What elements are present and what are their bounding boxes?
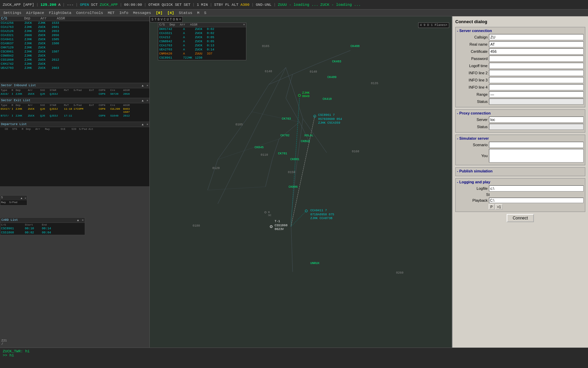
- list-item[interactable]: CSC8961ZJHKZUCK1507: [0, 50, 149, 54]
- open-label: OPEN: [80, 3, 89, 7]
- menu-msg4[interactable]: [4]: [165, 11, 176, 15]
- menu-controltools[interactable]: ControlTools: [74, 11, 105, 15]
- infoline3-input[interactable]: [489, 77, 584, 83]
- waypoint-ck845: CK845: [255, 146, 264, 149]
- svg-line-20: [265, 159, 272, 187]
- playback-p-button[interactable]: P: [489, 204, 494, 210]
- list-item[interactable]: CSN8942ZJHKZUCK: [0, 54, 149, 58]
- inbound-close[interactable]: ×: [147, 84, 148, 88]
- fi-row-csn8942[interactable]: CSN8942AZUCK0:05: [158, 40, 246, 44]
- card-row1[interactable]: CSC896100:1000:14: [0, 227, 85, 231]
- menu-messages[interactable]: Messages: [131, 11, 153, 15]
- logfile-input[interactable]: [489, 185, 584, 191]
- list-item[interactable]: CCA1763ZJHKZUCK2601: [0, 25, 149, 29]
- logofftime-input[interactable]: [489, 63, 584, 69]
- list-item[interactable]: CCA9411ZJHKZUCK1505: [0, 37, 149, 42]
- svg-line-26: [208, 187, 265, 190]
- realname-label: Real name: [457, 42, 488, 46]
- ac-dot-t1: [270, 225, 273, 228]
- infoline3-label: INFO line 3: [457, 78, 488, 82]
- infoline4-input[interactable]: [489, 84, 584, 90]
- dep-close[interactable]: ×: [147, 123, 148, 126]
- menu-status[interactable]: Status: [177, 11, 195, 15]
- fi-row-cca212[interactable]: CCA212AZUCK0:05: [158, 35, 246, 40]
- realname-input[interactable]: [489, 41, 584, 47]
- list-item[interactable]: CCA1256ZUCKZJHK1533: [0, 21, 149, 25]
- callsign-input[interactable]: [489, 34, 584, 40]
- dep-maximize[interactable]: ▲: [142, 123, 144, 126]
- fl-label: FL: [225, 3, 230, 7]
- fi-row-cca1763[interactable]: CCA1763AZUCK0:13: [158, 44, 246, 48]
- list-item[interactable]: CXH1742ZJHKZUCK: [0, 62, 149, 66]
- range-input[interactable]: [489, 91, 584, 97]
- ac-label-zjhk: ZJHK0049: [302, 91, 310, 98]
- svg-line-19: [272, 139, 279, 159]
- stbv-close[interactable]: ×: [179, 18, 181, 21]
- logofftime-label: Logoff time: [457, 64, 488, 68]
- server-connection-title: - Server connection: [457, 29, 584, 33]
- callsign-label: Callsign: [457, 35, 488, 39]
- set-label1: SET: [175, 3, 182, 7]
- fi-row-dkh1742[interactable]: DKH1742AZUCK0:02: [158, 27, 246, 31]
- svg-line-1: [286, 67, 303, 119]
- exit-row2[interactable]: B737/IZJHKZUCKQJ6QJG3J17:11COPNS16402612: [0, 114, 149, 118]
- menu-msg0[interactable]: [0]: [154, 11, 165, 15]
- scenario-input[interactable]: [489, 142, 584, 148]
- exit-maximize[interactable]: ▲: [142, 99, 144, 103]
- small-list-close[interactable]: ×: [24, 197, 26, 200]
- ac-label-cca9411: CCA9411 70710A0950 075ZJHK CCA873B: [310, 209, 334, 221]
- playback-plus1-button[interactable]: +1: [495, 204, 503, 210]
- list-item[interactable]: CCA2126ZJHKZUCK2653: [0, 29, 149, 33]
- connect-dialog: Connect dialog - Server connection Calls…: [452, 16, 588, 348]
- inbound-row1[interactable]: A319/IZJHKZUCKQJ6QJG3JCOPNS07202656: [0, 92, 149, 96]
- logfile-label: Logfile: [457, 186, 488, 190]
- inbound-maximize[interactable]: ▲: [142, 84, 144, 88]
- card-panel: CARD List ▲ × C/SStartEnd CSC896100:1000…: [0, 217, 85, 235]
- list-item[interactable]: CCA3321Z666ZUCK2656: [0, 33, 149, 37]
- bottom-bar: ZUCK_TWR: hi >> hi: [0, 348, 588, 368]
- menu-met[interactable]: MET: [106, 11, 117, 15]
- list-item[interactable]: CCA9637ZJHKZUCK1500: [0, 42, 149, 46]
- infoline2-input[interactable]: [489, 70, 584, 76]
- certificate-input[interactable]: [489, 48, 584, 55]
- st-label: St: [459, 193, 490, 197]
- fi-close[interactable]: ×: [243, 23, 245, 27]
- password-input[interactable]: [489, 56, 584, 62]
- card-close[interactable]: ×: [82, 219, 84, 222]
- waypoint-ck410: CK410: [323, 97, 332, 101]
- card-maximize[interactable]: ▲: [77, 219, 79, 222]
- svg-line-14: [333, 50, 350, 57]
- alt-0120: 0120: [212, 167, 220, 170]
- exit-row1[interactable]: E5417/IZJHKZUCKQJ6QJG3J11:1817COPMCOPNCU…: [0, 107, 149, 114]
- list-item[interactable]: UEA2703ZJHKZUCK2663: [0, 66, 149, 70]
- you-textarea[interactable]: [489, 149, 584, 163]
- fi-row-uea2703[interactable]: UEA2703AZUCK0:14: [158, 48, 246, 52]
- connect-button[interactable]: Connect: [507, 214, 534, 222]
- planes-header: 4 9 D 1 Planes: [420, 24, 446, 27]
- stbv-bar: S T B V C U T O N ×: [150, 16, 183, 22]
- fi-row-cnm9420[interactable]: CNM9420AZUUU337: [158, 52, 246, 56]
- alt-0180: 0180: [193, 224, 200, 228]
- radar-area[interactable]: CK408 CK403 0140 0165 CK409 0135 CK410 C…: [150, 16, 452, 348]
- fi-row-cca3321[interactable]: CCA3321AZUCK0:02: [158, 31, 246, 35]
- svg-line-23: [291, 211, 306, 227]
- menu-settings[interactable]: Settings: [1, 11, 23, 15]
- menu-s[interactable]: S: [202, 11, 209, 15]
- connect-dialog-title: Connect dialog: [455, 19, 585, 24]
- fi-row-csc8961[interactable]: CSC896172JHK1230: [158, 56, 246, 60]
- menu-flightdata[interactable]: FlightData: [47, 11, 74, 15]
- list-item[interactable]: CSS1860ZJHKZUCK2612: [0, 58, 149, 62]
- menu-info[interactable]: Info: [117, 11, 130, 15]
- exit-close[interactable]: ×: [147, 99, 148, 103]
- waypoint-ck801: CK801: [290, 158, 299, 161]
- status-line2: >> hi: [3, 353, 585, 357]
- proxy-server-input[interactable]: [489, 117, 584, 123]
- radar-svg: [150, 16, 452, 348]
- list-item[interactable]: CHH7129ZJHKZUCK: [0, 46, 149, 50]
- small-list-maximize[interactable]: ▲: [21, 197, 22, 200]
- menu-m[interactable]: M: [195, 11, 201, 15]
- planes-close[interactable]: ×: [446, 24, 447, 27]
- menu-airspace[interactable]: AirSpace: [24, 11, 46, 15]
- card-row2[interactable]: CSS186000:0200:04: [0, 231, 85, 235]
- playback-input[interactable]: [489, 198, 584, 203]
